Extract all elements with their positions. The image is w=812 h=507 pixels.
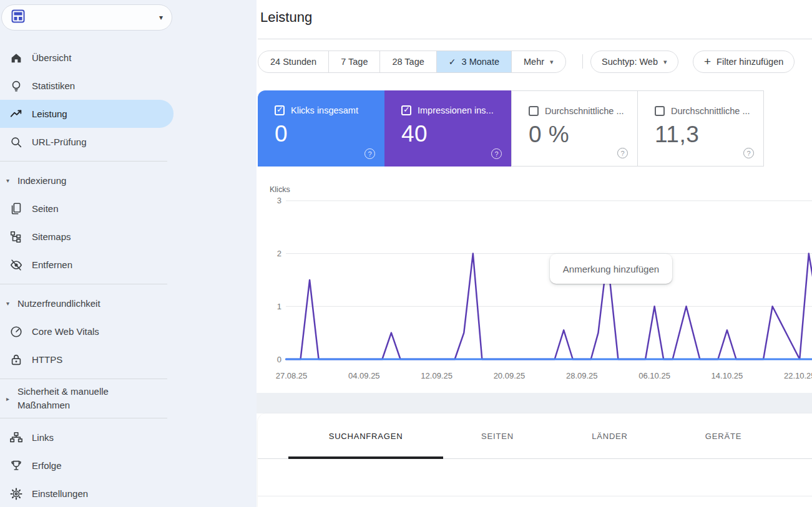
tab-label: SEITEN [481,432,514,441]
checkbox-unchecked[interactable] [529,106,539,116]
date-range-mehr[interactable]: Mehr▾ [511,51,565,72]
add-annotation-tooltip[interactable]: Anmerkung hinzufügen [550,254,672,284]
add-filter-button[interactable]: + Filter hinzufügen [693,51,795,73]
checkbox-unchecked[interactable] [655,106,665,116]
metric-label: Durchschnittliche ... [671,106,750,116]
sidebar-item-label: URL-Prüfung [32,137,87,147]
sidebar-item-label: HTTPS [32,354,62,365]
help-icon[interactable]: ? [743,148,754,158]
help-icon[interactable]: ? [491,148,502,159]
sidebar-item-label: Seiten [32,203,59,214]
x-tick-label: 28.09.25 [566,371,598,380]
date-range-label: 7 Tage [341,57,368,67]
sidebar-item-seiten[interactable]: Seiten [0,195,174,223]
sidebar-item-bersicht[interactable]: Übersicht [0,44,174,72]
sidebar-section-label: Indexierung [17,175,66,186]
y-tick-label: 3 [277,196,281,205]
tab-suchanfragen[interactable]: SUCHANFRAGEN [288,413,443,459]
x-tick-label: 14.10.25 [712,371,743,380]
sidebar-item-https[interactable]: HTTPS [0,345,174,374]
sidebar-section-sicherheit-manuelle-ma-nahmen[interactable]: ▸Sicherheit & manuelle Maßnahmen [0,384,174,413]
core-web-vitals-icon [9,324,24,339]
sidebar-divider [0,374,174,384]
x-tick-label: 22.10.25 [784,371,812,380]
property-selector[interactable]: ▾ [1,4,172,31]
sidebar-item-label: Einstellungen [32,488,88,499]
dimension-tabs: SUCHANFRAGENSEITENLÄNDERGERÄTE [258,413,812,459]
date-range-label: 28 Tage [392,57,424,67]
metric-cards: ✓Klicks insgesamt0?✓Impressionen ins...4… [258,90,764,167]
metric-card-durchschnittliche[interactable]: Durchschnittliche ...11,3? [637,90,764,167]
active-tab-indicator [288,456,443,459]
section-gap [257,393,812,413]
sidebar-item-leistung[interactable]: Leistung [0,100,174,128]
sidebar-item-einstellungen[interactable]: Einstellungen [0,480,174,507]
tab-l-nder[interactable]: LÄNDER [564,413,656,459]
metric-label: Durchschnittliche ... [545,106,624,116]
performance-chart[interactable]: Klicks321027.08.2504.09.2512.09.2520.09.… [258,167,812,393]
sidebar-nav: ÜbersichtStatistikenLeistungURL-Prüfung▾… [0,44,174,507]
date-range-label: Mehr [524,57,544,67]
sidebar-item-entfernen[interactable]: Entfernen [0,251,174,279]
tab-label: SUCHANFRAGEN [329,432,403,441]
sidebar-item-label: Erfolge [32,460,62,471]
help-icon[interactable]: ? [617,148,628,158]
x-tick-label: 04.09.25 [348,371,380,380]
header-divider [258,39,812,39]
x-tick-label: 20.09.25 [494,371,526,380]
removals-icon [9,258,24,273]
sidebar-item-label: Core Web Vitals [32,326,99,337]
home-icon [9,51,24,65]
sidebar-item-url-pr-fung[interactable]: URL-Prüfung [0,128,174,156]
sidebar: ▾ ÜbersichtStatistikenLeistungURL-Prüfun… [0,0,257,507]
sidebar-section-indexierung[interactable]: ▾Indexierung [0,167,174,195]
https-icon [9,352,24,367]
checkbox-checked[interactable]: ✓ [401,105,411,115]
sidebar-section-nutzerfreundlichkeit[interactable]: ▾Nutzerfreundlichkeit [0,289,174,317]
date-range-label: 3 Monate [462,57,499,67]
metric-card-klicks-insgesamt[interactable]: ✓Klicks insgesamt0? [258,90,384,167]
metric-value: 0 % [529,122,637,148]
check-icon: ✓ [276,105,283,114]
y-tick-label: 1 [277,302,281,311]
metric-value: 0 [275,121,384,147]
sidebar-item-label: Entfernen [32,259,72,270]
sidebar-item-erfolge[interactable]: Erfolge [0,451,174,480]
search-type-button[interactable]: Suchtyp: Web ▾ [590,51,678,73]
date-range-3-monate[interactable]: ✓3 Monate [436,51,511,72]
sidebar-divider [0,156,174,167]
chevron-right-icon: ▸ [6,395,12,402]
metric-header: Durchschnittliche ... [655,106,763,116]
metric-card-impressionen-ins[interactable]: ✓Impressionen ins...40? [384,90,511,167]
y-tick-label: 0 [277,355,281,364]
performance-icon [9,107,24,122]
help-icon[interactable]: ? [364,148,375,159]
sidebar-item-statistiken[interactable]: Statistiken [0,72,174,100]
tab-seiten[interactable]: SEITEN [451,413,544,459]
x-tick-label: 27.08.25 [276,371,308,380]
metric-value: 11,3 [655,122,763,148]
sidebar-item-label: Leistung [32,109,67,119]
sidebar-item-label: Sitemaps [32,231,71,242]
sidebar-divider [0,279,174,289]
tab-label: GERÄTE [705,432,741,441]
sidebar-section-label: Nutzerfreundlichkeit [17,298,100,309]
sidebar-item-label: Statistiken [32,80,75,91]
tab-ger-te[interactable]: GERÄTE [677,413,770,459]
date-range-7-tage[interactable]: 7 Tage [328,51,379,72]
y-tick-label: 2 [277,249,281,258]
sidebar-item-sitemaps[interactable]: Sitemaps [0,223,174,251]
chevron-down-icon: ▾ [6,177,12,184]
date-range-28-tage[interactable]: 28 Tage [379,51,436,72]
filter-divider [582,54,583,69]
checkbox-checked[interactable]: ✓ [275,105,285,115]
plus-icon: + [704,55,711,69]
sitemaps-icon [9,229,24,244]
date-range-24-stunden[interactable]: 24 Stunden [258,51,328,72]
metric-header: ✓Impressionen ins... [401,105,511,115]
metric-card-durchschnittliche[interactable]: Durchschnittliche ...0 %? [511,90,638,167]
sidebar-item-links[interactable]: Links [0,423,174,451]
x-tick-label: 06.10.25 [638,371,670,380]
sidebar-item-core-web-vitals[interactable]: Core Web Vitals [0,317,174,345]
achievements-icon [9,458,24,473]
